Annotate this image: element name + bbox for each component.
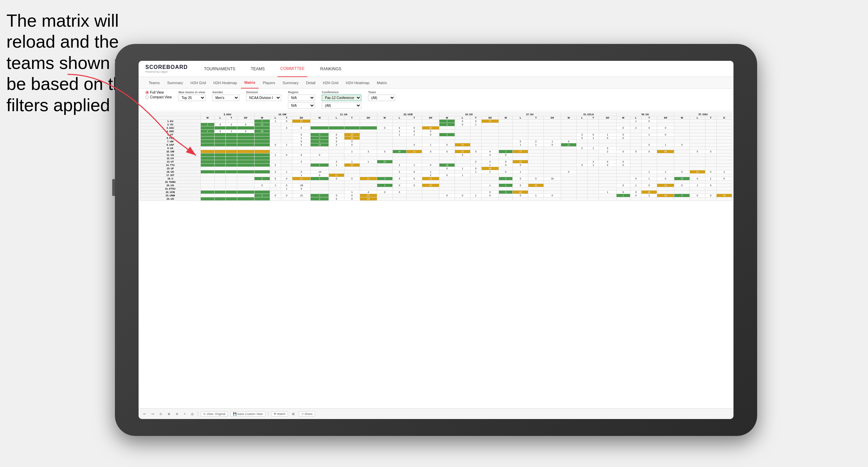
- nav-teams[interactable]: TEAMS: [248, 61, 267, 77]
- cell-r22-c11: 25: [360, 194, 377, 197]
- matrix-table: 3. ASU 10. UW 11. UA 22. UCB 24. UO 27. …: [140, 113, 732, 201]
- col-uo-w: W: [439, 116, 455, 120]
- view-original-button[interactable]: ⊙ View: Original: [201, 411, 227, 417]
- redo-button[interactable]: ↪: [150, 412, 155, 416]
- share-button[interactable]: ↗ Share: [299, 411, 315, 417]
- region-select2[interactable]: N/A: [288, 102, 315, 109]
- cell-r6-c14: [407, 140, 422, 143]
- cell-r14-c24: [561, 167, 577, 170]
- cell-r13-c33: [690, 164, 705, 167]
- cell-r14-c1: [215, 167, 226, 170]
- watch-button[interactable]: 👁 Watch: [271, 411, 288, 417]
- cell-r20-c23: [544, 187, 561, 191]
- subnav-matrix[interactable]: Matrix: [241, 77, 259, 89]
- settings-button[interactable]: ◎: [190, 412, 195, 416]
- cell-r9-c31: 66: [657, 150, 674, 153]
- cell-r15-c18: 1: [470, 170, 481, 174]
- matrix-content-area: 3. ASU 10. UW 11. UA 22. UCB 24. UO 27. …: [139, 111, 733, 408]
- subnav-h2hheatmap2[interactable]: H2H Heatmap: [342, 77, 373, 89]
- cell-r18-c7: [292, 180, 310, 184]
- cell-r13-c5: 2: [270, 164, 281, 167]
- subnav-summary[interactable]: Summary: [164, 77, 186, 89]
- cell-r9-c23: [544, 150, 561, 153]
- refresh-button[interactable]: ⊙: [158, 412, 164, 416]
- cell-r14-c25: [576, 167, 587, 170]
- cell-r18-c27: [599, 180, 616, 184]
- subnav-players[interactable]: Players: [259, 77, 279, 89]
- subnav-matrix2[interactable]: Matrix: [373, 77, 390, 89]
- cell-r19-c19: 1: [481, 184, 499, 187]
- cell-r11-c11: [360, 157, 377, 160]
- cell-r13-c6: [281, 164, 292, 167]
- max-teams-select[interactable]: Top 25 Top 50 All: [178, 95, 206, 101]
- subnav-teams[interactable]: Teams: [145, 77, 163, 89]
- subnav-summary2[interactable]: Summary: [279, 77, 302, 89]
- save-custom-button[interactable]: 💾 Save Custom View: [231, 411, 265, 417]
- cell-r10-c11: [360, 153, 377, 157]
- row-label-13: 14. TTU: [140, 164, 201, 167]
- subnav-h2hgrid2[interactable]: H2H Grid: [319, 77, 342, 89]
- cell-r14-c30: [642, 167, 657, 170]
- cell-r1-c23: [544, 123, 561, 126]
- logo-sub: Powered by clippd: [145, 70, 188, 73]
- side-button: [112, 179, 115, 196]
- conference-select[interactable]: Pac-12 Conference (All) ACC: [322, 95, 361, 101]
- region-select[interactable]: N/A Northeast: [288, 95, 315, 101]
- conference-select2[interactable]: (All): [322, 102, 361, 109]
- compact-view-radio[interactable]: Compact View: [145, 95, 172, 99]
- extra-button[interactable]: ⊞: [291, 412, 296, 416]
- cell-r10-c14: [407, 153, 422, 157]
- row-label-0: 1. AU: [140, 120, 201, 123]
- subnav-h2hheatmap[interactable]: H2H Heatmap: [210, 77, 240, 89]
- app-header: SCOREBOARD Powered by clippd TOURNAMENTS…: [139, 61, 733, 77]
- zoom-in-button[interactable]: ⊕: [166, 412, 172, 416]
- cell-r2-c27: [599, 126, 616, 130]
- division-select[interactable]: NCAA Division I NCAA Division II: [246, 95, 281, 101]
- cell-r6-c20: [499, 140, 513, 143]
- team-select[interactable]: (All): [368, 95, 395, 101]
- cell-r6-c23: 1: [544, 140, 561, 143]
- cell-r11-c27: [599, 157, 616, 160]
- cell-r18-c35: [716, 180, 732, 184]
- add-button[interactable]: +: [183, 412, 187, 416]
- cell-r9-c14: 11: [407, 150, 422, 153]
- cell-r16-c32: [674, 174, 690, 177]
- cell-r21-c15: [422, 191, 439, 194]
- nav-rankings[interactable]: RANKINGS: [317, 61, 344, 77]
- full-view-radio[interactable]: Full View: [145, 91, 172, 94]
- cell-r6-c25: [576, 140, 587, 143]
- cell-r20-c20: [499, 187, 513, 191]
- cell-r6-c35: [716, 140, 732, 143]
- nav-tournaments[interactable]: TOURNAMENTS: [201, 61, 238, 77]
- subnav-detail[interactable]: Detail: [303, 77, 319, 89]
- cell-r6-c13: [392, 140, 407, 143]
- cell-r21-c2: [226, 191, 237, 194]
- team-label: Team: [368, 91, 395, 94]
- cell-r3-c16: [439, 130, 455, 133]
- cell-r8-c5: [270, 147, 281, 150]
- undo-button[interactable]: ↩: [142, 412, 147, 416]
- col-osu-d: D: [716, 116, 732, 120]
- nav-committee[interactable]: COMMITTEE: [278, 61, 307, 77]
- cell-r5-c29: [630, 137, 642, 140]
- cell-r8-c13: [392, 147, 407, 150]
- zoom-out-button[interactable]: ⊖: [174, 412, 180, 416]
- gender-select[interactable]: Men's Women's: [212, 95, 239, 101]
- cell-r22-c13: [392, 194, 407, 197]
- cell-r4-c26: 0: [588, 133, 599, 137]
- cell-r7-c27: [599, 143, 616, 147]
- cell-r8-c29: [630, 147, 642, 150]
- full-view-label: Full View: [150, 91, 164, 94]
- cell-r10-c24: [561, 153, 577, 157]
- cell-r15-c4: [254, 170, 270, 174]
- cell-r17-c23: 10: [544, 177, 561, 180]
- cell-r0-c30: 0: [642, 120, 657, 123]
- cell-r9-c34: 0: [705, 150, 716, 153]
- cell-r1-c3: 0: [237, 123, 254, 126]
- cell-r2-c14: 0: [407, 126, 422, 130]
- subnav-h2hgrid[interactable]: H2H Grid: [187, 77, 209, 89]
- cell-r20-c12: [377, 187, 392, 191]
- cell-r21-c21: 44: [513, 191, 528, 194]
- cell-r18-c9: [329, 180, 344, 184]
- row-label-11: 12. UV: [140, 157, 201, 160]
